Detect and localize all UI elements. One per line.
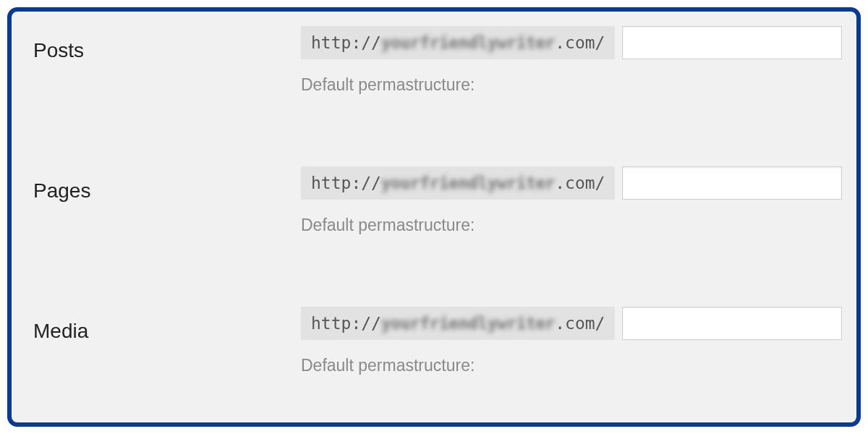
permastructure-input-media[interactable]: [622, 307, 842, 340]
url-scheme: http://: [311, 33, 381, 52]
url-suffix: .com/: [555, 33, 605, 52]
row-label-pages: Pages: [33, 166, 301, 203]
url-scheme: http://: [311, 174, 381, 192]
row-inputline-posts: http://yourfriendlywriter.com/: [301, 26, 842, 59]
permastructure-row-media: Media http://yourfriendlywriter.com/ Def…: [33, 307, 842, 415]
row-right-pages: http://yourfriendlywriter.com/ Default p…: [301, 166, 842, 235]
permastructure-input-posts[interactable]: [622, 26, 842, 59]
url-prefix-pages: http://yourfriendlywriter.com/: [301, 166, 615, 200]
url-prefix-media: http://yourfriendlywriter.com/: [301, 307, 615, 340]
row-inputline-pages: http://yourfriendlywriter.com/: [301, 166, 842, 200]
permastructure-panel: Posts http://yourfriendlywriter.com/ Def…: [7, 7, 861, 427]
url-suffix: .com/: [555, 174, 605, 192]
helper-text-media: Default permastructure:: [301, 356, 842, 375]
url-domain-obscured: yourfriendlywriter: [381, 33, 555, 52]
row-label-media: Media: [33, 307, 301, 343]
url-suffix: .com/: [555, 314, 605, 333]
permastructure-input-pages[interactable]: [622, 166, 842, 200]
row-label-posts: Posts: [33, 26, 301, 62]
url-domain-obscured: yourfriendlywriter: [381, 174, 555, 192]
row-right-media: http://yourfriendlywriter.com/ Default p…: [301, 307, 842, 375]
url-domain-obscured: yourfriendlywriter: [381, 314, 555, 333]
row-right-posts: http://yourfriendlywriter.com/ Default p…: [301, 26, 842, 95]
permastructure-row-posts: Posts http://yourfriendlywriter.com/ Def…: [33, 26, 842, 135]
permastructure-row-pages: Pages http://yourfriendlywriter.com/ Def…: [33, 166, 842, 275]
url-scheme: http://: [311, 314, 381, 333]
row-inputline-media: http://yourfriendlywriter.com/: [301, 307, 842, 340]
url-prefix-posts: http://yourfriendlywriter.com/: [301, 26, 615, 59]
helper-text-posts: Default permastructure:: [301, 75, 842, 95]
helper-text-pages: Default permastructure:: [301, 216, 842, 235]
